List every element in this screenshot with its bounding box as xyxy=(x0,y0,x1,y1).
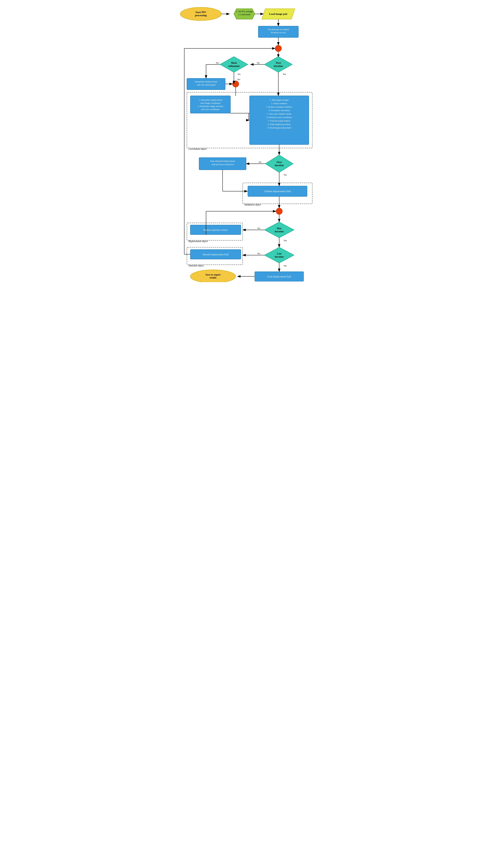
load-image-label: Load image pair xyxy=(269,13,288,15)
corr-right-line8: 8. Find subpixel position xyxy=(268,123,291,125)
circle-1 xyxy=(275,45,281,51)
max-iter-no-label: No xyxy=(257,227,260,230)
scale-disp-label: Scale displacement field xyxy=(267,276,291,278)
corr-left-line3: 2. Interpolate image intensity xyxy=(197,105,223,108)
corr-right-line9: 9. Find displacement field xyxy=(267,126,291,129)
corr-left-line2: onto image coordinates xyxy=(200,102,220,104)
last-iteration-diamond xyxy=(264,247,294,263)
max-iteration-diamond xyxy=(264,222,294,238)
first-iter-top-no-label: No xyxy=(257,61,260,64)
sum-disp-line2: with previous estimation xyxy=(211,163,234,166)
circle2-no-label: No xyxy=(238,78,240,81)
first-iter-mid-label1: First xyxy=(277,161,282,163)
start-label2: processing xyxy=(195,14,207,17)
save-export-label2: results xyxy=(209,277,217,279)
mesh-ref-no-label: No xyxy=(238,73,241,75)
start-label: Start PIV xyxy=(195,11,206,14)
corr-right-line5: 5. Zero pad window stacks xyxy=(267,112,291,115)
first-iter-top-yes-label: Yes xyxy=(283,73,286,75)
mesh-ref-label1: Mesh xyxy=(231,62,237,64)
validate-disp-label: Validate displacement field xyxy=(264,190,291,193)
interp-grid-line1: Interpolate displacement xyxy=(195,80,217,83)
corr-right-line4: 4. Normalize intensities xyxy=(268,109,290,112)
last-iter-yes-label: Yes xyxy=(283,264,287,267)
replace-spurious-label: Replace spurious vectors xyxy=(204,229,228,231)
corr-left-line4: onto new coordinates xyxy=(201,108,220,111)
last-iter-no-label: No xyxy=(257,252,260,255)
first-iter-mid-label2: iteration xyxy=(275,164,284,167)
first-iter-top-label1: First xyxy=(276,62,281,64)
set-intensity-line2: locations to zero xyxy=(271,31,286,34)
first-iter-mid-no-label: No xyxy=(259,161,261,163)
set-intensity-line1: Set intensity at masked xyxy=(268,28,289,30)
validation-label: Validation object xyxy=(244,204,261,206)
smooth-disp-label: Smooth displacement field xyxy=(203,253,229,256)
first-iter-top-label2: iteration xyxy=(274,65,283,68)
first-iter-mid-yes-label: Yes xyxy=(283,173,287,176)
set-piv-line1: 1. Set PIV settings xyxy=(236,10,253,13)
corr-right-line7: 7. Find first peak indices xyxy=(268,120,290,122)
max-iter-yes-label: Yes xyxy=(283,239,287,242)
circle-2 xyxy=(232,81,239,87)
corr-left-line1: 1. Interpolate displacement xyxy=(198,99,222,101)
mesh-refinement-diamond xyxy=(220,57,248,72)
mesh-ref-label2: refinement xyxy=(228,65,240,68)
last-iter-label1: Last xyxy=(277,252,281,255)
first-iteration-top-diamond xyxy=(264,57,292,72)
mesh-ref-yes-label: Yes xyxy=(216,61,219,64)
flowchart-diagram: Start PIV processing 1. Set PIV settings… xyxy=(178,3,321,282)
last-iter-label2: iteration xyxy=(275,256,284,258)
set-piv-line2: 2. Load mask xyxy=(238,13,251,16)
save-export-label1: Save or export xyxy=(205,273,220,276)
max-iter-label1: Max xyxy=(277,227,281,230)
max-iter-label2: iteration xyxy=(275,230,284,233)
corr-right-line3: 3. Remove masked windows xyxy=(266,106,292,108)
first-iteration-mid-diamond xyxy=(265,155,293,172)
sum-disp-line1: Sum obtained displacement xyxy=(210,160,235,162)
replacement-label: Replacement object xyxy=(188,240,208,243)
circle-3 xyxy=(276,208,282,215)
correlation-label: Correlation object xyxy=(188,148,207,150)
interp-grid-line2: onto the refined grid xyxy=(197,83,215,86)
corr-right-line1: 1. Interrogate images xyxy=(269,99,289,101)
smoothn-label: Smoothn object xyxy=(188,264,204,267)
corr-right-line6: 6. Perform cross-correlation xyxy=(266,116,292,119)
corr-left-rect xyxy=(190,96,230,113)
corr-right-line2: 2. Stack windows xyxy=(271,102,287,105)
